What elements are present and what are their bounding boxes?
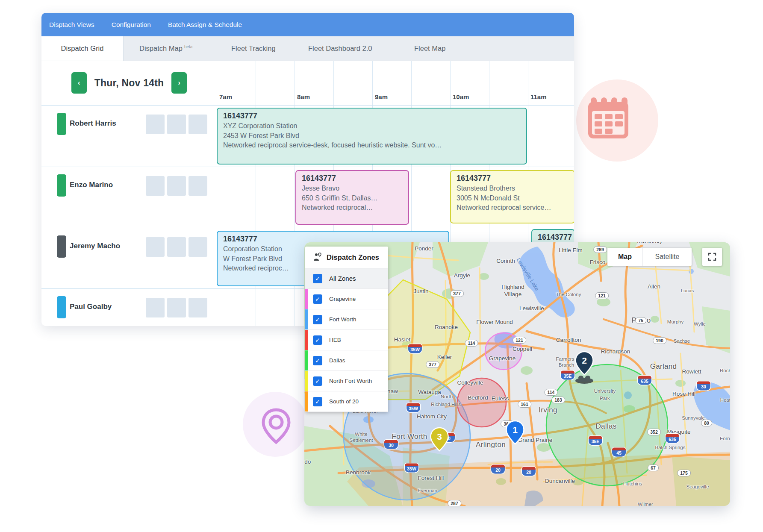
block-detail-line: Networked reciprocal service-desk, focus… xyxy=(223,141,521,150)
block-job-number: 16143777 xyxy=(223,112,521,121)
satellite-view-button[interactable]: Satellite xyxy=(642,248,692,266)
zone-row-grapevine: ✓Grapevine xyxy=(305,289,388,309)
block-detail-line: Networked reciprocal service… xyxy=(457,203,569,213)
svg-text:1: 1 xyxy=(513,425,518,435)
map-marker-3[interactable]: 3 xyxy=(430,427,449,453)
zone-color-stripe xyxy=(305,391,308,411)
zones-panel-title: Dispatch Zones xyxy=(327,253,379,262)
resource-placeholder-box[interactable] xyxy=(146,115,165,134)
map-marker-1[interactable]: 1 xyxy=(505,420,525,447)
prev-day-button[interactable]: ‹ xyxy=(71,72,87,94)
zone-checkbox[interactable]: ✓ xyxy=(313,397,322,406)
tab-label: Dispatch Map xyxy=(139,44,183,53)
nav-item-disptach-views[interactable]: Disptach Views xyxy=(49,21,94,29)
zone-label: North Fort Worth xyxy=(329,378,372,384)
time-label: 10am xyxy=(453,93,469,100)
resource-placeholder-box[interactable] xyxy=(146,298,165,317)
tab-dispatch-grid[interactable]: Dispatch Grid xyxy=(41,36,124,61)
block-detail-line: 3005 N McDonald St xyxy=(457,194,569,203)
nav-item-batch-assign-schedule[interactable]: Batch Assign & Schedule xyxy=(168,21,242,29)
zone-color-stripe xyxy=(305,330,308,350)
schedule-block[interactable]: 16143777Stanstead Brothers3005 N McDonal… xyxy=(450,170,574,223)
tab-fleet-dashboard-2-0[interactable]: Fleet Dashboard 2.0 xyxy=(292,36,414,61)
fullscreen-button[interactable] xyxy=(702,248,722,266)
block-detail-line: 2453 W Forest Park Blvd xyxy=(223,131,521,141)
resource-status-bar xyxy=(57,174,66,197)
marker-shadow-blob xyxy=(575,378,593,384)
location-pin-icon xyxy=(261,408,292,445)
grid-line xyxy=(217,61,217,326)
resource-placeholder-box[interactable] xyxy=(167,176,186,196)
resource-name: Paul Goalby xyxy=(70,303,112,311)
nav-item-configuration[interactable]: Configuration xyxy=(112,21,151,29)
resource-placeholder-box[interactable] xyxy=(189,237,207,257)
date-label: Thur, Nov 14th xyxy=(94,77,164,89)
row-divider xyxy=(41,167,574,167)
block-detail-line: Jesse Bravo xyxy=(302,184,403,194)
resource-placeholder-box[interactable] xyxy=(189,176,207,196)
zone-checkbox[interactable]: ✓ xyxy=(313,356,322,365)
tab-label: Fleet Dashboard 2.0 xyxy=(308,44,372,53)
map-type-control: Map Satellite xyxy=(607,248,692,266)
zone-label: Fort Worth xyxy=(329,316,356,323)
tab-fleet-map[interactable]: Fleet Map xyxy=(398,36,491,61)
tab-bar: Dispatch GridDispatch MapbetaFleet Track… xyxy=(41,36,574,61)
map-view-button[interactable]: Map xyxy=(607,248,642,266)
zone-checkbox[interactable]: ✓ xyxy=(313,315,322,324)
resource-placeholder-box[interactable] xyxy=(146,176,165,196)
resource-placeholder-box[interactable] xyxy=(146,237,165,257)
beta-badge: beta xyxy=(184,44,192,49)
block-detail-line: 650 S Griffin St, Dallas… xyxy=(302,194,403,203)
block-job-number: 16143777 xyxy=(538,233,569,242)
zone-color-stripe xyxy=(305,289,308,309)
zone-color-stripe xyxy=(305,350,308,370)
zone-checkbox[interactable]: ✓ xyxy=(313,274,322,283)
resource-placeholder-box[interactable] xyxy=(167,298,186,317)
dispatch-map[interactable]: PonderLittle ElmFriscoMcKinneyCorinthArg… xyxy=(304,242,730,506)
zone-color-stripe xyxy=(305,371,308,391)
zone-checkbox[interactable]: ✓ xyxy=(313,294,322,304)
top-navbar: Disptach ViewsConfigurationBatch Assign … xyxy=(41,13,574,36)
zone-checkbox[interactable]: ✓ xyxy=(313,335,322,345)
resource-placeholder-box[interactable] xyxy=(189,115,207,134)
schedule-block[interactable]: 16143777Jesse Bravo650 S Griffin St, Dal… xyxy=(295,170,409,225)
resource-placeholder-box[interactable] xyxy=(167,115,186,134)
resource-name: Robert Harris xyxy=(70,119,116,128)
next-day-button[interactable]: › xyxy=(171,72,187,94)
zone-checkbox[interactable]: ✓ xyxy=(313,376,322,386)
person-pin-icon xyxy=(312,252,322,262)
tab-label: Dispatch Grid xyxy=(61,44,104,53)
map-marker-2[interactable]: 2 xyxy=(574,351,594,377)
time-label: 7am xyxy=(219,93,232,100)
dispatch-zones-panel: Dispatch Zones ✓All Zones✓Grapevine✓Fort… xyxy=(305,247,388,412)
block-detail-line: XYZ Corporation Station xyxy=(223,121,521,131)
zone-row-fort-worth: ✓Fort Worth xyxy=(305,309,388,330)
row-divider xyxy=(41,228,574,228)
resource-placeholder-box[interactable] xyxy=(189,298,207,317)
schedule-block[interactable]: 16143777XYZ Corporation Station2453 W Fo… xyxy=(217,108,527,165)
resource-status-bar xyxy=(57,296,66,318)
zones-panel-header: Dispatch Zones xyxy=(305,247,388,268)
resource-name: Jeremy Macho xyxy=(70,242,120,250)
date-navigator: ‹ Thur, Nov 14th › xyxy=(41,61,217,105)
row-divider xyxy=(41,105,574,106)
zone-row-north-fort-worth: ✓North Fort Worth xyxy=(305,371,388,391)
zone-label: All Zones xyxy=(329,275,356,282)
time-label: 9am xyxy=(375,93,388,100)
fullscreen-icon xyxy=(708,253,716,261)
zone-row-all-zones: ✓All Zones xyxy=(305,268,388,289)
resource-name: Enzo Marino xyxy=(70,181,113,189)
zone-color-stripe xyxy=(305,309,308,329)
svg-text:2: 2 xyxy=(582,356,587,365)
zone-label: Grapevine xyxy=(329,296,356,302)
resource-placeholder-box[interactable] xyxy=(167,237,186,257)
time-label: 11am xyxy=(530,93,547,100)
resource-status-bar xyxy=(57,235,66,258)
tab-label: Fleet Map xyxy=(414,44,445,53)
tab-label: Fleet Tracking xyxy=(231,44,276,53)
block-detail-line: Networked reciprocal… xyxy=(302,203,403,213)
zone-row-dallas: ✓Dallas xyxy=(305,350,388,371)
time-label: 8am xyxy=(297,93,310,100)
zone-label: HEB xyxy=(329,337,341,343)
block-detail-line: Stanstead Brothers xyxy=(457,184,569,194)
